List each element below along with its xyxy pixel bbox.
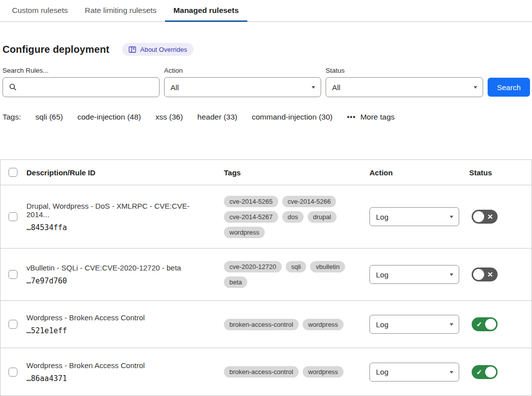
table-row: vBulletin - SQLi - CVE:CVE-2020-12720 - …: [0, 249, 532, 301]
chevron-down-icon: ▾: [450, 370, 453, 375]
action-select-value: Log: [376, 270, 388, 279]
chevron-down-icon: ▾: [312, 85, 315, 90]
tag-pill[interactable]: wordpress: [303, 319, 344, 330]
tag-filter-code-injection[interactable]: code-injection (48): [77, 113, 141, 122]
search-field: Search Rules...: [2, 67, 160, 97]
tag-pill[interactable]: sqli: [286, 261, 307, 272]
x-icon: ✕: [484, 213, 496, 220]
tag-pill[interactable]: cve-2014-5266: [282, 196, 337, 207]
tag-pill[interactable]: cve-2020-12720: [224, 261, 282, 272]
rule-tags-cell: broken-access-controlwordpress: [224, 366, 363, 378]
action-select[interactable]: Log▾: [369, 363, 459, 382]
tag-pill[interactable]: dos: [282, 211, 304, 223]
rule-description[interactable]: Drupal, Wordpress - DoS - XMLRPC - CVE:C…: [26, 202, 212, 219]
row-checkbox[interactable]: [8, 270, 17, 279]
column-header-status: Status: [469, 168, 532, 177]
search-field-label: Search Rules...: [2, 67, 160, 74]
tag-pill[interactable]: cve-2014-5267: [224, 211, 278, 223]
chevron-down-icon: ▾: [450, 214, 453, 219]
toggle-knob: [473, 269, 484, 280]
tab-managed-rulesets[interactable]: Managed rulesets: [165, 0, 247, 22]
tag-filter-xss[interactable]: xss (36): [156, 113, 183, 122]
tag-pill[interactable]: broken-access-control: [224, 319, 299, 330]
table-row: Drupal, Wordpress - DoS - XMLRPC - CVE:C…: [0, 185, 532, 249]
rule-description-cell: Drupal, Wordpress - DoS - XMLRPC - CVE:C…: [26, 202, 224, 232]
rule-tags-cell: broken-access-controlwordpress: [224, 319, 363, 330]
status-toggle[interactable]: ✓: [472, 365, 498, 379]
chevron-down-icon: ▾: [474, 85, 477, 90]
heading-row: Configure deployment About Overrides: [2, 42, 532, 56]
tab-custom-rulesets[interactable]: Custom rulesets: [3, 0, 76, 22]
rule-tags-cell: cve-2014-5265cve-2014-5266cve-2014-5267d…: [224, 196, 363, 238]
more-tags-label: More tags: [360, 113, 395, 122]
select-all-checkbox[interactable]: [8, 168, 17, 177]
tag-filter-header[interactable]: header (33): [197, 113, 237, 122]
row-checkbox-cell: [0, 320, 26, 329]
rule-status-cell: ✕: [469, 267, 532, 281]
rule-status-cell: ✓: [469, 317, 532, 331]
rule-id: …521e1eff: [26, 326, 212, 335]
header-checkbox-cell: [0, 168, 26, 177]
rule-id: …86aa4371: [26, 374, 212, 383]
rule-description[interactable]: Wordpress - Broken Access Control: [26, 361, 212, 370]
rule-description[interactable]: vBulletin - SQLi - CVE:CVE-2020-12720 - …: [26, 264, 212, 272]
column-header-description: Description/Rule ID: [26, 168, 224, 177]
rule-action-cell: Log▾: [369, 363, 469, 382]
rule-status-cell: ✕: [469, 210, 532, 224]
filters-row: Search Rules... Action All ▾ Status All …: [2, 67, 532, 97]
rule-description-cell: Wordpress - Broken Access Control…86aa43…: [26, 361, 224, 383]
tag-pill[interactable]: wordpress: [224, 227, 265, 238]
rule-description[interactable]: Wordpress - Broken Access Control: [26, 313, 212, 322]
row-checkbox[interactable]: [8, 212, 17, 221]
toggle-knob: [485, 367, 496, 378]
action-select[interactable]: Log▾: [369, 315, 459, 334]
toggle-knob: [473, 211, 484, 222]
rule-action-cell: Log▾: [369, 265, 469, 284]
page-title: Configure deployment: [2, 44, 109, 55]
ellipsis-icon: •••: [347, 113, 356, 121]
table-body: Drupal, Wordpress - DoS - XMLRPC - CVE:C…: [0, 185, 532, 396]
action-select[interactable]: Log▾: [369, 265, 459, 284]
search-input[interactable]: [21, 83, 153, 92]
tag-pill[interactable]: cve-2014-5265: [224, 196, 278, 207]
rule-description-cell: vBulletin - SQLi - CVE:CVE-2020-12720 - …: [26, 264, 224, 285]
action-filter-select[interactable]: All ▾: [164, 77, 321, 97]
tag-filter-sqli[interactable]: sqli (65): [35, 113, 63, 122]
row-checkbox[interactable]: [8, 320, 17, 329]
about-overrides-link[interactable]: About Overrides: [122, 43, 193, 56]
rule-id: …84534ffa: [26, 223, 212, 232]
rule-action-cell: Log▾: [369, 207, 469, 226]
table-header-row: Description/Rule ID Tags Action Status: [0, 160, 532, 185]
action-select-value: Log: [376, 368, 388, 376]
more-tags-button[interactable]: ••• More tags: [347, 113, 395, 122]
status-toggle[interactable]: ✓: [472, 317, 498, 331]
chevron-down-icon: ▾: [450, 322, 453, 327]
action-select-value: Log: [376, 213, 388, 221]
search-button[interactable]: Search: [488, 78, 530, 97]
status-filter-value: All: [332, 83, 341, 92]
table-row: Wordpress - Broken Access Control…86aa43…: [0, 348, 532, 396]
row-checkbox-cell: [0, 212, 26, 221]
tag-filter-command-injection[interactable]: command-injection (30): [252, 113, 333, 122]
search-icon: [9, 83, 17, 91]
chevron-down-icon: ▾: [450, 272, 453, 277]
tab-rate-limiting-rulesets[interactable]: Rate limiting rulesets: [76, 0, 165, 22]
tag-pill[interactable]: beta: [224, 276, 247, 288]
column-header-action: Action: [369, 168, 469, 177]
action-select[interactable]: Log▾: [369, 207, 459, 226]
tag-pill[interactable]: broken-access-control: [224, 366, 299, 378]
status-toggle[interactable]: ✕: [472, 210, 498, 224]
tag-pill[interactable]: drupal: [308, 211, 337, 223]
tag-pill[interactable]: wordpress: [303, 366, 344, 378]
table-row: Wordpress - Broken Access Control…521e1e…: [0, 301, 532, 348]
rules-table: Description/Rule ID Tags Action Status D…: [0, 159, 532, 396]
action-filter-field: Action All ▾: [164, 67, 321, 97]
status-filter-field: Status All ▾: [326, 67, 483, 97]
status-filter-select[interactable]: All ▾: [326, 77, 483, 97]
status-toggle[interactable]: ✕: [472, 267, 498, 281]
tag-pill[interactable]: vbulletin: [310, 261, 345, 272]
ruleset-tab-bar: Custom rulesets Rate limiting rulesets M…: [0, 0, 532, 22]
column-header-tags: Tags: [224, 168, 369, 177]
row-checkbox-cell: [0, 368, 26, 377]
row-checkbox[interactable]: [8, 368, 17, 377]
